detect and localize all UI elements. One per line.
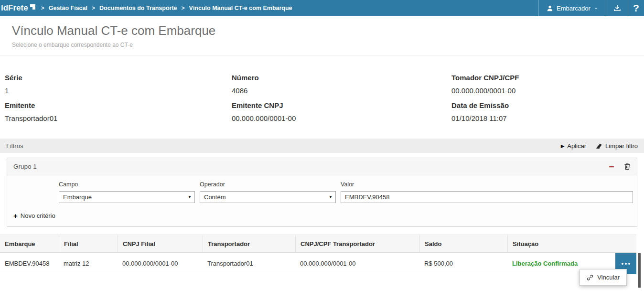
play-icon: ▶ (561, 143, 565, 149)
filter-group-body: Campo Embarque ▼ Operador Contém ▼ Valor… (7, 175, 637, 226)
field-tomador-value: 00.000.000/0001-00 (451, 86, 639, 95)
new-criteria-label: Novo critério (21, 212, 55, 219)
filter-group-header: Grupo 1 − (7, 158, 637, 175)
header-saldo: Saldo (419, 235, 507, 252)
cte-info-section: Série 1 Número 4086 Tomador CNPJ/CPF 00.… (0, 55, 644, 139)
page-title: Vínculo Manual CT-e com Embarque (12, 23, 644, 38)
app-logo-text: ldFrete (1, 3, 28, 13)
vincular-label: Vincular (597, 274, 620, 281)
user-menu[interactable]: Embarcador ⌄ (538, 0, 606, 16)
download-icon (613, 4, 622, 12)
top-bar: ldFrete > Gestão Fiscal > Documentos do … (0, 0, 644, 16)
download-button[interactable] (606, 0, 628, 16)
cell-cnpj-transportador: 00.000.000/0001-00 (295, 260, 419, 267)
collapse-group-button[interactable]: − (609, 162, 614, 172)
filter-group-title: Grupo 1 (13, 163, 37, 170)
campo-select[interactable]: Embarque ▼ (59, 191, 195, 203)
field-emitente-cnpj-value: 00.000.000/0001-00 (232, 114, 451, 122)
clear-filter-label: Limpar filtro (605, 142, 638, 150)
help-button[interactable]: ? (628, 0, 644, 16)
field-tomador-label: Tomador CNPJ/CPF (451, 74, 639, 82)
chevron-right-icon: > (41, 5, 44, 11)
apply-filter-label: Aplicar (567, 142, 586, 150)
field-serie-value: 1 (5, 86, 232, 95)
caret-down-icon: ▼ (188, 195, 192, 199)
link-icon (587, 274, 593, 281)
filters-bar: Filtros ▶ Aplicar Limpar filtro (0, 139, 644, 153)
breadcrumb-documentos-transporte[interactable]: Documentos do Transporte (99, 5, 177, 11)
breadcrumb-gestao-fiscal[interactable]: Gestão Fiscal (49, 5, 87, 11)
field-serie-label: Série (5, 74, 232, 82)
field-emitente: Emitente Transportador01 (5, 101, 232, 122)
new-criteria-button[interactable]: + Novo critério (13, 212, 631, 220)
topbar-right: Embarcador ⌄ ? (538, 0, 644, 16)
table-header-row: Embarque Filial CNPJ Filial Transportado… (0, 235, 636, 253)
operador-select[interactable]: Contém ▼ (200, 191, 336, 203)
header-cnpj-filial: CNPJ Filial (118, 235, 203, 252)
ellipsis-icon (628, 263, 630, 265)
apply-filter-button[interactable]: ▶ Aplicar (561, 142, 586, 150)
cell-filial: matriz 12 (59, 260, 118, 267)
header-cnpj-transportador: CNPJ/CPF Transportador (295, 235, 419, 252)
ellipsis-icon (625, 263, 627, 265)
field-emitente-cnpj-label: Emitente CNPJ (232, 101, 451, 109)
results-table: Embarque Filial CNPJ Filial Transportado… (0, 235, 644, 274)
field-data-emissao-label: Data de Emissão (451, 101, 639, 109)
vertical-scrollbar[interactable] (638, 253, 641, 288)
cell-transportador: Transportador01 (203, 260, 295, 267)
page-head: Vínculo Manual CT-e com Embarque Selecio… (0, 16, 644, 55)
field-tomador: Tomador CNPJ/CPF 00.000.000/0001-00 (451, 74, 639, 95)
filter-group-panel: Grupo 1 − Campo Embarque ▼ Operador Cont… (7, 158, 637, 227)
table-row[interactable]: EMBDEV.90458 matriz 12 00.000.000/0001-0… (0, 253, 636, 274)
app-logo[interactable]: ldFrete (0, 0, 35, 16)
field-data-emissao: Data de Emissão 01/10/2018 11:07 (451, 101, 639, 122)
caret-down-icon: ▼ (329, 195, 333, 199)
campo-label: Campo (59, 181, 195, 188)
header-filial: Filial (59, 235, 118, 252)
header-situacao: Situação (507, 235, 636, 252)
page-subtitle: Selecione o embarque correspondente ao C… (12, 42, 644, 48)
chevron-right-icon: > (182, 5, 185, 11)
plus-icon: + (13, 212, 18, 220)
logo-icon (30, 4, 35, 10)
field-numero-label: Número (232, 74, 451, 82)
field-data-emissao-value: 01/10/2018 11:07 (451, 114, 639, 122)
campo-field: Campo Embarque ▼ (59, 181, 195, 203)
field-numero-value: 4086 (232, 86, 451, 95)
operador-select-value: Contém (204, 194, 226, 201)
chevron-down-icon: ⌄ (594, 4, 598, 11)
breadcrumb-vinculo-manual[interactable]: Vínculo Manual CT-e com Embarque (189, 5, 292, 11)
campo-select-value: Embarque (63, 194, 92, 201)
valor-input[interactable] (341, 191, 633, 203)
valor-label: Valor (341, 181, 633, 188)
delete-group-button[interactable] (624, 163, 631, 170)
eraser-icon (596, 143, 602, 149)
filters-title: Filtros (6, 142, 23, 150)
field-emitente-label: Emitente (5, 101, 232, 109)
help-icon: ? (633, 2, 639, 14)
operador-label: Operador (200, 181, 336, 188)
header-transportador: Transportador (203, 235, 295, 252)
filters-actions: ▶ Aplicar Limpar filtro (561, 142, 638, 150)
ellipsis-icon (622, 263, 623, 265)
chevron-right-icon: > (92, 5, 95, 11)
operador-field: Operador Contém ▼ (200, 181, 336, 203)
cell-cnpj-filial: 00.000.000/0001-00 (118, 260, 203, 267)
breadcrumb: > Gestão Fiscal > Documentos do Transpor… (41, 0, 292, 16)
valor-field: Valor (341, 181, 633, 203)
user-menu-label: Embarcador (557, 5, 590, 12)
field-serie: Série 1 (5, 74, 232, 95)
field-emitente-cnpj: Emitente CNPJ 00.000.000/0001-00 (232, 101, 451, 122)
filter-fields-row: Campo Embarque ▼ Operador Contém ▼ Valor (13, 181, 631, 203)
field-numero: Número 4086 (232, 74, 451, 95)
cell-embarque: EMBDEV.90458 (0, 260, 59, 267)
filter-group-icons: − (609, 162, 631, 172)
user-icon (547, 5, 553, 11)
cell-saldo: R$ 500,00 (419, 260, 507, 267)
field-emitente-value: Transportador01 (5, 114, 232, 122)
vincular-menu-item[interactable]: Vincular (580, 269, 627, 286)
header-embarque: Embarque (0, 235, 59, 252)
clear-filter-button[interactable]: Limpar filtro (596, 142, 638, 150)
